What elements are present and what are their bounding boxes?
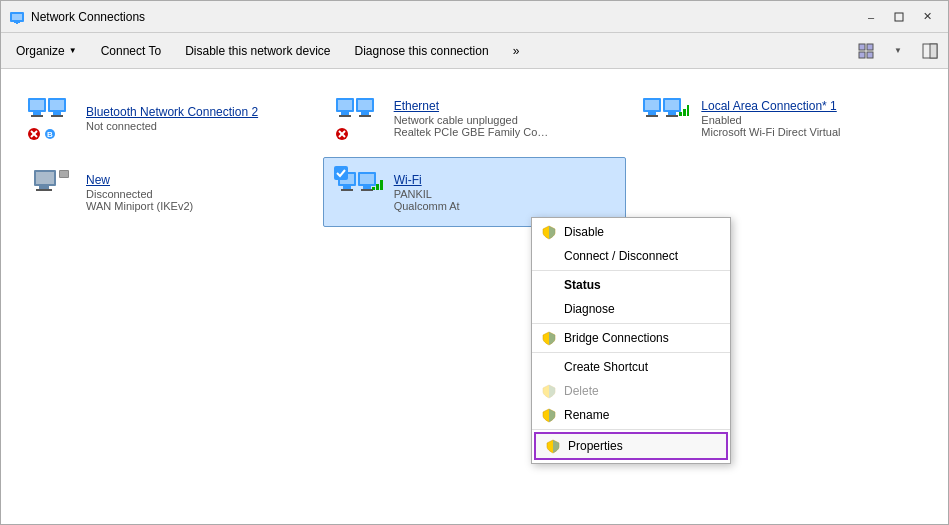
- local-area-icon-wrapper: [641, 92, 693, 144]
- svg-rect-2: [14, 22, 20, 23]
- svg-rect-35: [645, 100, 659, 110]
- delete-shield-icon: [540, 382, 558, 400]
- menu-separator-1: [532, 270, 730, 271]
- toolbar-right: ▼: [852, 37, 944, 65]
- svg-rect-4: [859, 44, 865, 50]
- local-area-computer-icon: [641, 92, 689, 136]
- new-network-name[interactable]: New: [86, 173, 308, 187]
- svg-rect-17: [51, 115, 63, 117]
- menu-item-create-shortcut[interactable]: Create Shortcut: [532, 355, 730, 379]
- svg-rect-3: [895, 13, 903, 21]
- menu-item-disable[interactable]: Disable: [532, 220, 730, 244]
- svg-rect-47: [39, 186, 49, 189]
- titlebar: Network Connections – ✕: [1, 1, 948, 33]
- local-area-network-status: Enabled: [701, 114, 923, 126]
- wifi-checkmark: [334, 166, 348, 180]
- menu-item-diagnose[interactable]: Diagnose: [532, 297, 730, 321]
- view-dropdown-button[interactable]: ▼: [884, 37, 912, 65]
- svg-rect-40: [668, 112, 676, 115]
- svg-rect-39: [665, 100, 679, 110]
- svg-rect-29: [361, 112, 369, 115]
- svg-rect-24: [338, 100, 352, 110]
- ethernet-x-icon: [334, 126, 350, 142]
- restore-button[interactable]: [886, 7, 912, 27]
- svg-rect-46: [36, 172, 54, 184]
- connect-to-button[interactable]: Connect To: [90, 37, 173, 65]
- local-area-network-type: Microsoft Wi-Fi Direct Virtual: [701, 126, 861, 138]
- svg-rect-60: [372, 187, 375, 190]
- network-grid: B Bluetooth Network Connection 2 Not con…: [11, 79, 938, 231]
- svg-rect-62: [380, 180, 383, 190]
- svg-rect-57: [360, 174, 374, 184]
- bluetooth-network-status: Not connected: [86, 120, 308, 132]
- svg-rect-11: [30, 100, 44, 110]
- toolbar: Organize ▼ Connect To Disable this netwo…: [1, 33, 948, 69]
- view-options-button[interactable]: [852, 37, 880, 65]
- svg-rect-13: [31, 115, 43, 117]
- disconnected-x-icon: [26, 126, 42, 142]
- svg-rect-51: [334, 166, 348, 180]
- ethernet-icon-wrapper: [334, 92, 386, 144]
- wifi-icon-wrapper: [334, 166, 386, 218]
- svg-rect-43: [683, 109, 686, 116]
- bridge-shield-icon: [540, 329, 558, 347]
- network-item-new[interactable]: New Disconnected WAN Miniport (IKEv2): [15, 157, 319, 227]
- svg-rect-7: [867, 52, 873, 58]
- network-item-bluetooth[interactable]: B Bluetooth Network Connection 2 Not con…: [15, 83, 319, 153]
- svg-rect-30: [359, 115, 371, 117]
- wan-computer-icon: [26, 166, 74, 210]
- new-network-info: New Disconnected WAN Miniport (IKEv2): [86, 173, 308, 212]
- network-item-local-area[interactable]: Local Area Connection* 1 Enabled Microso…: [630, 83, 934, 153]
- local-area-network-name[interactable]: Local Area Connection* 1: [701, 99, 923, 113]
- wifi-network-info: Wi-Fi PANKIL Qualcomm At: [394, 173, 616, 212]
- new-network-type: WAN Miniport (IKEv2): [86, 200, 246, 212]
- main-window: Network Connections – ✕ Organize ▼ Conne…: [0, 0, 949, 525]
- menu-separator-2: [532, 323, 730, 324]
- main-content: B Bluetooth Network Connection 2 Not con…: [1, 69, 948, 524]
- window-icon: [9, 9, 25, 25]
- disable-shield-icon: [540, 223, 558, 241]
- svg-rect-36: [648, 112, 656, 115]
- svg-rect-37: [646, 115, 658, 117]
- bluetooth-network-name[interactable]: Bluetooth Network Connection 2: [86, 105, 308, 119]
- svg-rect-44: [687, 105, 689, 116]
- svg-rect-6: [859, 52, 865, 58]
- window-title: Network Connections: [31, 10, 858, 24]
- svg-rect-59: [361, 189, 373, 191]
- disable-device-button[interactable]: Disable this network device: [174, 37, 341, 65]
- more-button[interactable]: »: [502, 37, 531, 65]
- ethernet-network-status: Network cable unplugged: [394, 114, 616, 126]
- minimize-button[interactable]: –: [858, 7, 884, 27]
- ethernet-network-name[interactable]: Ethernet: [394, 99, 616, 113]
- svg-rect-25: [341, 112, 349, 115]
- menu-item-rename[interactable]: Rename: [532, 403, 730, 427]
- menu-item-status[interactable]: Status: [532, 273, 730, 297]
- close-button[interactable]: ✕: [914, 7, 940, 27]
- svg-rect-55: [341, 189, 353, 191]
- toggle-preview-button[interactable]: [916, 37, 944, 65]
- wifi-network-status: PANKIL: [394, 188, 616, 200]
- svg-rect-54: [343, 186, 351, 189]
- menu-item-bridge[interactable]: Bridge Connections: [532, 326, 730, 350]
- bluetooth-icon-wrapper: B: [26, 92, 78, 144]
- svg-rect-42: [679, 112, 682, 116]
- svg-rect-58: [363, 186, 371, 189]
- bluetooth-network-info: Bluetooth Network Connection 2 Not conne…: [86, 105, 308, 132]
- svg-rect-28: [358, 100, 372, 110]
- menu-item-properties[interactable]: Properties: [534, 432, 728, 460]
- properties-shield-icon: [544, 437, 562, 455]
- organize-arrow: ▼: [69, 46, 77, 55]
- menu-item-connect-disconnect[interactable]: Connect / Disconnect: [532, 244, 730, 268]
- ethernet-network-type: Realtek PCIe GBE Family Contr...: [394, 126, 554, 138]
- svg-rect-16: [53, 112, 61, 115]
- svg-rect-48: [36, 189, 52, 191]
- wifi-network-type: Qualcomm At: [394, 200, 554, 212]
- network-item-ethernet[interactable]: Ethernet Network cable unplugged Realtek…: [323, 83, 627, 153]
- wifi-network-name[interactable]: Wi-Fi: [394, 173, 616, 187]
- menu-item-delete[interactable]: Delete: [532, 379, 730, 403]
- svg-rect-1: [12, 14, 22, 20]
- organize-button[interactable]: Organize ▼: [5, 37, 88, 65]
- svg-rect-26: [339, 115, 351, 117]
- ethernet-network-info: Ethernet Network cable unplugged Realtek…: [394, 99, 616, 138]
- diagnose-connection-button[interactable]: Diagnose this connection: [344, 37, 500, 65]
